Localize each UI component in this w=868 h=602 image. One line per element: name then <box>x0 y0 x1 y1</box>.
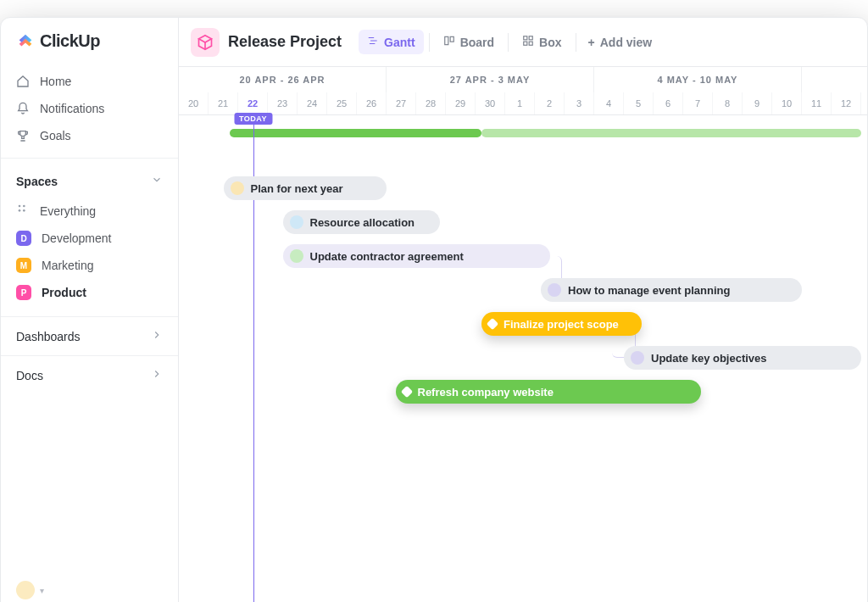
gantt-task-bar[interactable]: Resource allocation <box>283 210 441 234</box>
gantt-task-bar[interactable]: Finalize project scope <box>481 312 642 336</box>
day-cell[interactable]: 6 <box>654 92 683 114</box>
space-badge: P <box>16 285 31 300</box>
sidebar-item-label: Everything <box>40 204 96 218</box>
sidebar-item-label: Product <box>42 286 86 299</box>
task-label: Plan for next year <box>251 182 343 195</box>
view-tab-box[interactable]: Box <box>514 30 570 54</box>
task-label: Refresh company website <box>418 386 554 399</box>
view-tab-label: Box <box>539 36 561 49</box>
day-cell[interactable]: 27 <box>387 92 416 114</box>
sidebar-dashboards[interactable]: Dashboards <box>1 316 178 355</box>
day-cell[interactable]: 28 <box>416 92 446 114</box>
main-area: Release Project Gantt Board <box>179 18 867 602</box>
week-label: 27 APR - 3 MAY <box>387 67 594 92</box>
view-tab-gantt[interactable]: Gantt <box>359 30 424 54</box>
gantt-chart[interactable]: Plan for next yearResource allocationUpd… <box>179 115 867 602</box>
gantt-task-bar[interactable]: Plan for next year <box>224 176 387 200</box>
home-icon <box>16 75 30 88</box>
trophy-icon <box>16 129 30 142</box>
sidebar-footer: ▾ <box>1 572 178 602</box>
week-row: 20 APR - 26 APR27 APR - 3 MAY4 MAY - 10 … <box>179 67 867 92</box>
svg-rect-8 <box>450 36 453 42</box>
summary-bar-light <box>481 129 861 137</box>
day-cell[interactable]: 30 <box>476 92 505 114</box>
sidebar: ClickUp Home Notifications Goals Spaces <box>1 18 179 602</box>
task-label: Resource allocation <box>310 216 415 229</box>
today-badge: TODAY <box>234 113 272 125</box>
gantt-task-bar[interactable]: Update key objectives <box>624 346 861 370</box>
brand-name: ClickUp <box>40 31 100 51</box>
day-cell[interactable]: 23 <box>268 92 298 114</box>
day-cell[interactable]: 9 <box>743 92 772 114</box>
day-cell[interactable]: 4 <box>594 92 624 114</box>
day-cell[interactable]: 26 <box>357 92 387 114</box>
svg-rect-7 <box>444 36 448 44</box>
day-cell[interactable]: 7 <box>683 92 713 114</box>
task-label: How to manage event planning <box>568 284 730 297</box>
day-cell[interactable]: 25 <box>327 92 357 114</box>
svg-point-0 <box>19 205 21 208</box>
project-header[interactable]: Release Project <box>191 28 342 57</box>
brand-logo[interactable]: ClickUp <box>1 31 178 68</box>
gantt-task-bar[interactable]: Update contractor agreement <box>283 244 550 268</box>
sidebar-item-development[interactable]: D Development <box>1 225 178 252</box>
milestone-diamond-icon <box>400 386 412 398</box>
chevron-right-icon <box>151 329 163 343</box>
sidebar-docs[interactable]: Docs <box>1 355 178 394</box>
day-cell[interactable]: 10 <box>772 92 802 114</box>
spaces-header[interactable]: Spaces <box>1 158 178 197</box>
user-avatar[interactable] <box>16 581 35 599</box>
day-cell[interactable]: 29 <box>446 92 476 114</box>
svg-rect-12 <box>529 42 532 45</box>
view-tab-board[interactable]: Board <box>435 30 503 54</box>
task-label: Finalize project scope <box>504 318 619 331</box>
task-status-dot <box>290 249 303 263</box>
nav-notifications[interactable]: Notifications <box>1 95 178 122</box>
day-cell[interactable]: 1 <box>505 92 535 114</box>
svg-rect-11 <box>524 42 527 45</box>
day-cell[interactable]: 3 <box>565 92 594 114</box>
separator <box>429 33 430 52</box>
day-cell[interactable]: 11 <box>802 92 832 114</box>
svg-point-1 <box>23 205 25 208</box>
day-cell[interactable]: 5 <box>624 92 654 114</box>
separator <box>576 33 576 52</box>
task-status-dot <box>631 351 644 365</box>
milestone-diamond-icon <box>487 318 498 330</box>
day-cell[interactable]: 22 <box>238 92 268 114</box>
add-view-button[interactable]: + Add view <box>581 31 659 54</box>
day-cell[interactable]: 24 <box>298 92 327 114</box>
nav-home[interactable]: Home <box>1 68 178 95</box>
app-window: ClickUp Home Notifications Goals Spaces <box>0 17 868 602</box>
nav-label: Home <box>40 75 71 88</box>
separator <box>508 33 509 52</box>
sidebar-item-product[interactable]: P Product <box>1 279 178 306</box>
timeline-header: 20 APR - 26 APR27 APR - 3 MAY4 MAY - 10 … <box>179 67 867 115</box>
box-icon <box>522 35 534 49</box>
day-cell[interactable]: 21 <box>209 92 238 114</box>
day-cell[interactable]: 20 <box>179 92 209 114</box>
space-badge: D <box>16 231 31 246</box>
sidebar-item-label: Development <box>42 231 112 245</box>
day-cell[interactable]: 12 <box>832 92 861 114</box>
sidebar-item-marketing[interactable]: M Marketing <box>1 252 178 279</box>
bell-icon <box>16 102 30 115</box>
sidebar-item-label: Marketing <box>42 259 93 272</box>
summary-bar-solid <box>230 129 482 137</box>
gantt-task-bar[interactable]: Refresh company website <box>396 380 702 404</box>
svg-point-3 <box>23 209 25 212</box>
sidebar-item-everything[interactable]: Everything <box>1 197 178 225</box>
grid-dots-icon <box>16 203 30 219</box>
view-tab-label: Gantt <box>384 36 415 49</box>
week-label: 4 MAY - 10 MAY <box>594 67 802 92</box>
day-cell[interactable]: 8 <box>713 92 743 114</box>
day-row: 2021222324252627282930123456789101112TOD… <box>179 92 867 114</box>
project-cube-icon <box>191 28 220 57</box>
day-cell[interactable]: 2 <box>535 92 565 114</box>
gantt-task-bar[interactable]: How to manage event planning <box>541 278 802 302</box>
caret-down-icon[interactable]: ▾ <box>40 586 44 595</box>
spaces-header-label: Spaces <box>16 175 58 188</box>
svg-rect-10 <box>529 36 532 40</box>
chevron-right-icon <box>151 368 163 382</box>
nav-goals[interactable]: Goals <box>1 122 178 149</box>
